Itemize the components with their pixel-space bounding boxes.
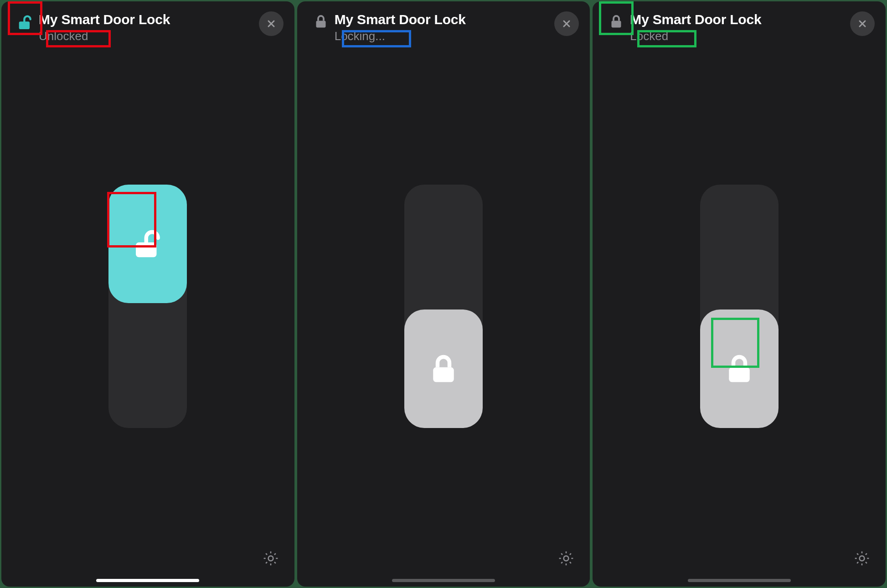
- unlock-icon: [12, 11, 38, 31]
- header-text: My Smart Door Lock Unlocked: [38, 11, 259, 44]
- device-status: Locked: [630, 29, 850, 44]
- close-button[interactable]: [259, 11, 284, 36]
- svg-point-5: [564, 556, 569, 561]
- lock-icon: [308, 11, 334, 30]
- device-status: Locking...: [335, 29, 555, 44]
- toggle-knob: [404, 309, 483, 428]
- close-icon: [857, 18, 868, 29]
- lock-toggle[interactable]: [700, 185, 779, 428]
- svg-point-2: [268, 556, 273, 561]
- toggle-knob: [108, 185, 187, 303]
- panel-body: [1, 44, 294, 587]
- device-title: My Smart Door Lock: [39, 11, 259, 28]
- svg-rect-6: [612, 21, 621, 28]
- svg-rect-1: [136, 242, 157, 258]
- svg-rect-0: [19, 21, 30, 29]
- svg-rect-7: [729, 367, 750, 382]
- svg-point-8: [860, 556, 865, 561]
- device-title: My Smart Door Lock: [335, 11, 555, 28]
- lock-toggle[interactable]: [404, 185, 483, 428]
- home-indicator[interactable]: [96, 579, 199, 582]
- panel-body: [593, 44, 886, 587]
- lock-icon: [603, 11, 629, 30]
- header-text: My Smart Door Lock Locked: [629, 11, 850, 44]
- close-icon: [266, 18, 277, 29]
- device-title: My Smart Door Lock: [630, 11, 850, 28]
- panel-header: My Smart Door Lock Locking...: [297, 1, 590, 44]
- home-indicator[interactable]: [392, 579, 495, 582]
- panel-header: My Smart Door Lock Unlocked: [1, 1, 294, 44]
- svg-rect-3: [316, 21, 325, 28]
- svg-rect-4: [433, 367, 454, 382]
- lock-panel-locked: My Smart Door Lock Locked: [593, 1, 886, 587]
- close-button[interactable]: [850, 11, 875, 36]
- settings-button[interactable]: [260, 548, 282, 570]
- gear-icon: [853, 549, 871, 569]
- settings-button[interactable]: [851, 548, 873, 570]
- unlock-icon: [130, 226, 165, 262]
- header-text: My Smart Door Lock Locking...: [334, 11, 555, 44]
- settings-button[interactable]: [555, 548, 577, 570]
- lock-panel-locking: My Smart Door Lock Locking...: [297, 1, 590, 587]
- panel-body: [297, 44, 590, 587]
- gear-icon: [262, 549, 280, 569]
- gear-icon: [557, 549, 575, 569]
- close-button[interactable]: [554, 11, 579, 36]
- device-status: Unlocked: [39, 29, 259, 44]
- lock-panel-unlocked: My Smart Door Lock Unlocked: [1, 1, 294, 587]
- toggle-knob: [700, 309, 779, 428]
- lock-toggle[interactable]: [108, 185, 187, 428]
- panel-header: My Smart Door Lock Locked: [593, 1, 886, 44]
- home-indicator[interactable]: [688, 579, 791, 582]
- lock-icon: [426, 351, 461, 387]
- lock-icon: [722, 351, 757, 387]
- close-icon: [561, 18, 572, 29]
